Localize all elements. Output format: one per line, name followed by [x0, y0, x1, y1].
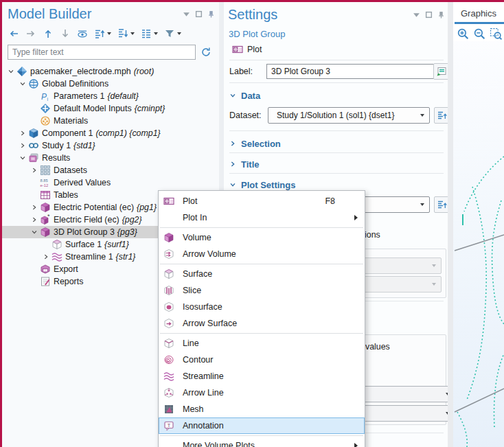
- tree-item-component-1[interactable]: Component 1(comp1) {comp1}: [2, 127, 219, 139]
- tree-item-results[interactable]: Results: [2, 152, 219, 164]
- menu-item-volume[interactable]: Volume: [159, 229, 365, 246]
- tree-item-label: Electric Field (ec): [54, 215, 119, 225]
- float-panel-icon[interactable]: [425, 11, 433, 19]
- tree-item-label: Electric Potential (ec): [54, 203, 134, 212]
- move-down-button[interactable]: [58, 27, 73, 41]
- panel-menu-caret-icon[interactable]: [183, 10, 190, 18]
- menu-item-annotation[interactable]: TAnnotation: [159, 417, 365, 434]
- menu-item-label: More Volume Plots: [183, 441, 354, 447]
- pin-panel-icon[interactable]: [207, 10, 215, 18]
- section-selection[interactable]: Selection: [229, 137, 281, 150]
- chevron-down-icon: [420, 203, 424, 206]
- menu-separator: [160, 435, 363, 436]
- expand-all-button[interactable]: [92, 27, 113, 41]
- expander-open-icon[interactable]: [30, 229, 39, 236]
- refresh-icon[interactable]: [198, 45, 214, 60]
- expander-closed-icon[interactable]: [41, 253, 51, 260]
- settings-subtitle: 3D Plot Group: [229, 29, 285, 39]
- show-button[interactable]: [75, 27, 90, 41]
- list-arrow-icon: [437, 199, 448, 210]
- panel-splitter[interactable]: [448, 2, 453, 447]
- dataset-combobox[interactable]: Study 1/Solution 1 (sol1) {dset1}: [268, 107, 430, 124]
- tree-item-tag: {pg2}: [122, 215, 142, 225]
- dataset-label: Dataset:: [229, 111, 262, 120]
- label-input[interactable]: [266, 64, 435, 79]
- menu-item-mesh[interactable]: Mesh: [159, 401, 365, 417]
- menu-item-more-volume-plots[interactable]: More Volume Plots: [159, 437, 365, 447]
- results-icon: [27, 152, 39, 163]
- model-tree-node-text-button[interactable]: [139, 27, 160, 41]
- menu-item-plot[interactable]: PlotF8: [159, 193, 365, 209]
- expander-open-icon[interactable]: [18, 154, 27, 161]
- menu-item-line[interactable]: Line: [159, 335, 365, 352]
- move-up-button[interactable]: [41, 27, 56, 41]
- tree-item-tag: {pg3}: [117, 227, 137, 237]
- tree-item-materials[interactable]: Materials: [2, 115, 219, 127]
- forward-button[interactable]: [23, 27, 38, 41]
- section-plot-settings[interactable]: Plot Settings: [229, 178, 295, 192]
- menu-item-contour[interactable]: Contour: [159, 352, 365, 368]
- checkbox-label-fragment: values: [365, 342, 390, 352]
- pin-panel-icon[interactable]: [437, 11, 445, 19]
- tree-item-tag: (comp1) {comp1}: [95, 128, 160, 138]
- tree-item-parameters-1[interactable]: PiParameters 1{default}: [2, 90, 219, 102]
- section-data[interactable]: Data: [229, 89, 260, 102]
- tree-item-datasets[interactable]: Datasets: [2, 164, 219, 176]
- tree-item-tag: {cminpt}: [135, 104, 165, 113]
- menu-item-arrow-line[interactable]: Arrow Line: [159, 385, 365, 401]
- plot-group-3d-star-icon: *: [39, 214, 51, 225]
- collapse-all-button[interactable]: [115, 27, 137, 41]
- filter-button[interactable]: [162, 27, 183, 41]
- menu-item-slice[interactable]: Slice: [159, 282, 365, 299]
- svg-text:T: T: [168, 422, 171, 428]
- menu-item-label: Arrow Volume: [183, 249, 361, 259]
- materials-icon: [39, 115, 51, 126]
- menu-item-surface[interactable]: Surface: [159, 266, 365, 282]
- expander-closed-icon[interactable]: [30, 216, 39, 223]
- graphics-canvas[interactable]: [453, 41, 504, 447]
- menu-item-label: Plot In: [183, 213, 354, 222]
- label-field-label: Label:: [229, 67, 253, 76]
- checkbox-label-fragment: ions: [365, 230, 380, 240]
- tree-item-pacemaker-electrode-mph[interactable]: pacemaker_electrode.mph(root): [2, 65, 219, 78]
- tree-item-study-1[interactable]: Study 1{std1}: [2, 139, 219, 152]
- menu-item-label: Plot: [183, 196, 325, 206]
- menu-item-plot-in[interactable]: Plot In: [159, 209, 365, 226]
- section-title[interactable]: Title: [229, 157, 260, 171]
- menu-item-streamline[interactable]: Streamline: [159, 368, 365, 385]
- tree-item-label: pacemaker_electrode.mph: [30, 67, 131, 76]
- zoom-in-button[interactable]: [457, 27, 470, 41]
- back-button[interactable]: [6, 27, 21, 41]
- zoom-out-button[interactable]: [473, 27, 486, 41]
- expander-closed-icon[interactable]: [30, 204, 39, 211]
- float-panel-icon[interactable]: [195, 10, 203, 18]
- derived-values-icon: 8.85e-12: [39, 177, 51, 188]
- arrow-surface-icon: [163, 318, 177, 329]
- tree-item-tag: {default}: [107, 91, 138, 101]
- model-inputs-icon: [39, 103, 51, 114]
- expander-closed-icon[interactable]: [18, 130, 27, 137]
- expander-open-icon[interactable]: [18, 80, 27, 87]
- menu-item-label: Annotation: [183, 421, 361, 431]
- filter-input[interactable]: [8, 45, 196, 60]
- tree-item-default-model-inputs[interactable]: Default Model Inputs{cminpt}: [2, 102, 219, 115]
- streamline-plot: [453, 41, 504, 447]
- menu-item-arrow-volume[interactable]: Arrow Volume: [159, 246, 365, 262]
- dropdown-caret-icon: [154, 32, 158, 35]
- tree-item-label: Study 1: [42, 141, 71, 150]
- expander-closed-icon[interactable]: [30, 167, 39, 174]
- plot-icon: [163, 196, 177, 207]
- tree-item-global-definitions[interactable]: Global Definitions: [2, 78, 219, 90]
- menu-item-isosurface[interactable]: Isosurface: [159, 299, 365, 315]
- expander-closed-icon[interactable]: [18, 142, 27, 149]
- menu-item-arrow-surface[interactable]: Arrow Surface: [159, 315, 365, 332]
- tree-item-tag: (root): [134, 67, 154, 76]
- panel-menu-caret-icon[interactable]: [413, 11, 420, 19]
- zoom-extents-button[interactable]: [490, 27, 503, 41]
- tab-graphics[interactable]: Graphics: [453, 8, 504, 19]
- plot-button[interactable]: Plot: [229, 42, 265, 57]
- dropdown-caret-icon: [130, 32, 135, 35]
- menu-separator: [160, 333, 363, 334]
- expander-open-icon[interactable]: [6, 68, 16, 75]
- tree-item-derived-values[interactable]: 8.85e-12Derived Values: [2, 176, 219, 189]
